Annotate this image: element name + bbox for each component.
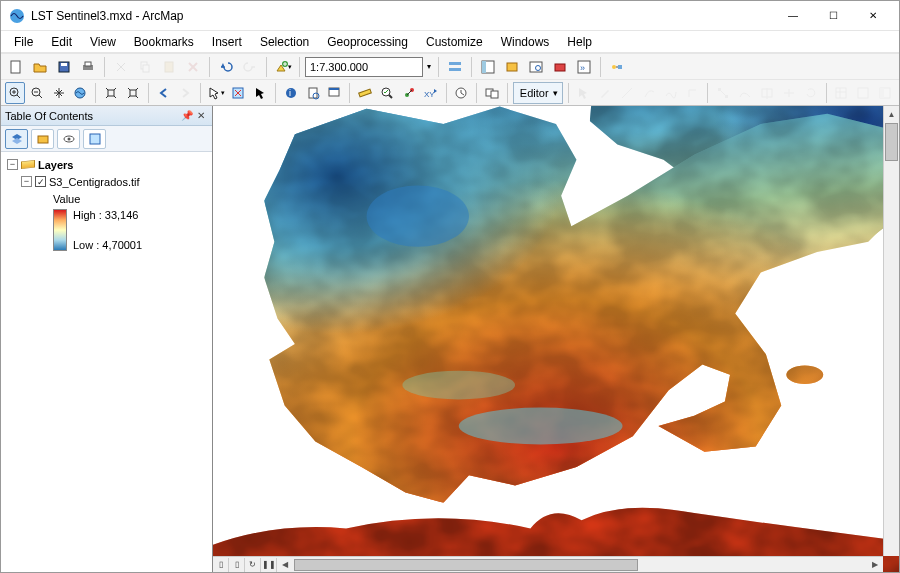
add-data-button[interactable]: ▾ [272,56,294,78]
rotate-button[interactable] [801,82,821,104]
menu-windows[interactable]: Windows [492,33,559,51]
svg-rect-8 [165,62,173,72]
html-popup-button[interactable] [325,82,345,104]
scroll-up-icon[interactable]: ▲ [884,106,899,122]
edit-tool-button[interactable] [574,82,594,104]
svg-rect-1 [11,61,20,73]
map-vertical-scrollbar[interactable]: ▲ [883,106,899,556]
create-features-button[interactable] [875,82,895,104]
menu-view[interactable]: View [81,33,125,51]
scroll-h-thumb[interactable] [294,559,638,571]
toc-pin-icon[interactable]: 📌 [180,110,194,121]
map-view: ▲ ▯ ▯ ↻ ❚❚ ◀ ▶ [213,106,899,572]
scroll-left-icon[interactable]: ◀ [277,560,293,569]
scroll-right-icon[interactable]: ▶ [867,560,883,569]
cut-button[interactable] [110,56,132,78]
endpoint-arc-button[interactable] [639,82,659,104]
identify-button[interactable]: i [281,82,301,104]
copy-button[interactable] [134,56,156,78]
edit-annotation-button[interactable] [595,82,615,104]
clear-selection-button[interactable] [228,82,248,104]
search-tool-button[interactable] [525,56,547,78]
menu-file[interactable]: File [5,33,42,51]
layers-icon [10,132,24,146]
layer-visibility-checkbox[interactable]: ✓ [35,176,46,187]
layout-view-button[interactable]: ▯ [229,558,245,572]
hyperlink-button[interactable] [303,82,323,104]
editor-toolbar-toggle-button[interactable] [444,56,466,78]
find-button[interactable] [377,82,397,104]
open-button[interactable] [29,56,51,78]
toc-tab-source[interactable] [31,129,54,149]
reshape-button[interactable] [735,82,755,104]
python-button[interactable]: » [573,56,595,78]
toc-root-layers[interactable]: − Layers [7,156,206,173]
save-button[interactable] [53,56,75,78]
menu-customize[interactable]: Customize [417,33,492,51]
close-button[interactable]: ✕ [853,2,893,30]
svg-rect-45 [836,88,846,98]
menu-selection[interactable]: Selection [251,33,318,51]
menu-bar: File Edit View Bookmarks Insert Selectio… [1,31,899,53]
new-doc-button[interactable] [5,56,27,78]
delete-button[interactable] [182,56,204,78]
arctoolbox-button[interactable] [549,56,571,78]
find-route-button[interactable] [399,82,419,104]
maximize-button[interactable]: ☐ [813,2,853,30]
zoom-out-button[interactable] [27,82,47,104]
full-extent-button[interactable] [70,82,90,104]
sketch-props-button[interactable] [853,82,873,104]
catalog-button[interactable] [501,56,523,78]
trace-button[interactable] [661,82,681,104]
select-features-button[interactable]: ▾ [206,82,226,104]
pause-drawing-button[interactable]: ❚❚ [261,558,277,572]
fixed-zoom-in-button[interactable] [101,82,121,104]
redo-button[interactable] [239,56,261,78]
paste-button[interactable] [158,56,180,78]
select-elements-button[interactable] [250,82,270,104]
edit-vertices-button[interactable] [713,82,733,104]
pan-button[interactable] [49,82,69,104]
toc-tab-drawing-order[interactable] [5,129,28,149]
toolbar-tools: ▾ i XY Editor [1,79,899,105]
toc-tab-selection[interactable] [83,129,106,149]
cut-polygons-button[interactable] [757,82,777,104]
map-canvas[interactable]: ▲ ▯ ▯ ↻ ❚❚ ◀ ▶ [213,106,899,572]
scroll-v-thumb[interactable] [885,123,898,161]
undo-button[interactable] [215,56,237,78]
print-button[interactable] [77,56,99,78]
toc-tab-visibility[interactable] [57,129,80,149]
collapse-icon[interactable]: − [21,176,32,187]
toc-button[interactable] [477,56,499,78]
minimize-button[interactable]: — [773,2,813,30]
menu-insert[interactable]: Insert [203,33,251,51]
prev-extent-button[interactable] [154,82,174,104]
scale-input[interactable] [305,57,423,77]
straight-segment-button[interactable] [617,82,637,104]
data-view-button[interactable]: ▯ [213,558,229,572]
menu-bookmarks[interactable]: Bookmarks [125,33,203,51]
menu-geoprocessing[interactable]: Geoprocessing [318,33,417,51]
create-viewer-button[interactable] [482,82,502,104]
model-builder-button[interactable] [606,56,628,78]
toc-close-icon[interactable]: ✕ [194,110,208,121]
window-title: LST Sentinel3.mxd - ArcMap [31,9,773,23]
split-button[interactable] [779,82,799,104]
map-horizontal-scrollbar[interactable]: ▯ ▯ ↻ ❚❚ ◀ ▶ [213,556,883,572]
go-to-xy-button[interactable]: XY [421,82,441,104]
refresh-button[interactable]: ↻ [245,558,261,572]
zoom-in-button[interactable] [5,82,25,104]
toc-value-heading: Value [7,190,206,207]
measure-button[interactable] [355,82,375,104]
menu-edit[interactable]: Edit [42,33,81,51]
time-slider-button[interactable] [451,82,471,104]
menu-help[interactable]: Help [558,33,601,51]
right-angle-button[interactable] [683,82,703,104]
toc-layer-row[interactable]: − ✓ S3_Centigrados.tif [7,173,206,190]
attributes-button[interactable] [831,82,851,104]
fixed-zoom-out-button[interactable] [123,82,143,104]
collapse-icon[interactable]: − [7,159,18,170]
toc-tab-strip [1,126,212,152]
next-extent-button[interactable] [176,82,196,104]
editor-dropdown[interactable]: Editor [513,82,563,104]
